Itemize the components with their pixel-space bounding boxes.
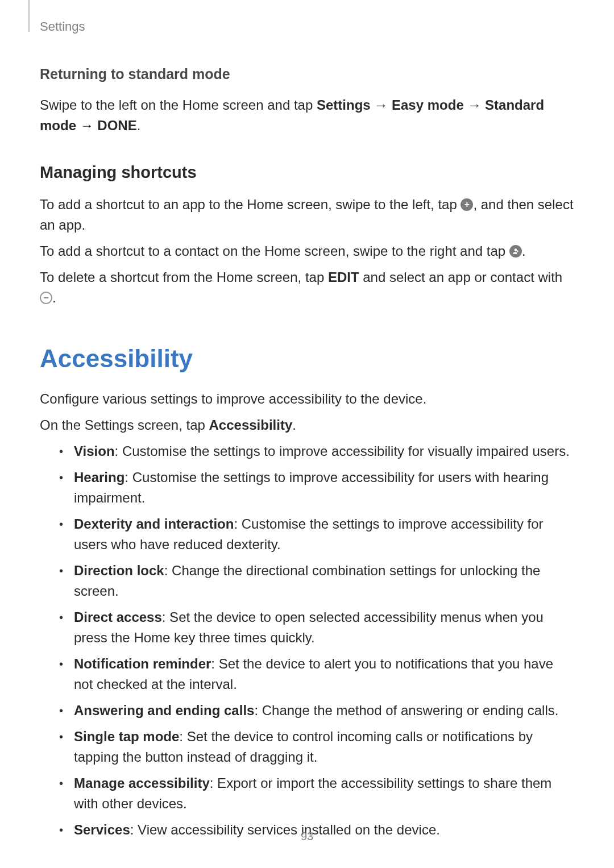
list-item: Notification reminder: Set the device to… xyxy=(59,654,574,695)
header-section-label: Settings xyxy=(40,19,574,34)
accessibility-heading: Accessibility xyxy=(40,344,574,373)
accessibility-intro1: Configure various settings to improve ac… xyxy=(40,389,574,409)
bold-accessibility: Accessibility xyxy=(209,417,293,433)
bold-easy-mode: Easy mode xyxy=(392,97,464,113)
text: . xyxy=(52,290,56,305)
bold-done: DONE xyxy=(97,118,136,133)
item-label: Answering and ending calls xyxy=(74,703,254,718)
list-item: Answering and ending calls: Change the m… xyxy=(59,700,574,721)
page: Settings Returning to standard mode Swip… xyxy=(0,0,614,868)
bold-settings: Settings xyxy=(317,97,371,113)
managing-p3: To delete a shortcut from the Home scree… xyxy=(40,267,574,308)
item-label: Notification reminder xyxy=(74,656,211,671)
item-label: Direction lock xyxy=(74,563,164,578)
arrow: → xyxy=(464,97,485,113)
arrow: → xyxy=(371,97,392,113)
list-item: Direct access: Set the device to open se… xyxy=(59,607,574,648)
managing-p2: To add a shortcut to a contact on the Ho… xyxy=(40,241,574,261)
managing-p1: To add a shortcut to an app to the Home … xyxy=(40,194,574,235)
list-item: Direction lock: Change the directional c… xyxy=(59,560,574,601)
item-label: Dexterity and interaction xyxy=(74,516,234,531)
header-rule xyxy=(28,0,30,32)
item-desc: : Customise the settings to improve acce… xyxy=(115,443,570,459)
text: To delete a shortcut from the Home scree… xyxy=(40,269,328,285)
text: . xyxy=(292,417,296,433)
item-label: Hearing xyxy=(74,470,125,485)
item-label: Manage accessibility xyxy=(74,775,210,791)
text: . xyxy=(137,118,141,133)
list-item: Dexterity and interaction: Customise the… xyxy=(59,514,574,555)
item-label: Direct access xyxy=(74,609,162,625)
list-item: Single tap mode: Set the device to contr… xyxy=(59,726,574,767)
text: To add a shortcut to a contact on the Ho… xyxy=(40,243,509,259)
list-item: Vision: Customise the settings to improv… xyxy=(59,441,574,462)
list-item: Hearing: Customise the settings to impro… xyxy=(59,467,574,508)
text: Swipe to the left on the Home screen and… xyxy=(40,97,317,113)
returning-heading: Returning to standard mode xyxy=(40,66,574,82)
item-label: Vision xyxy=(74,443,115,459)
text: . xyxy=(522,243,526,259)
add-contact-icon xyxy=(509,245,522,258)
plus-icon: + xyxy=(460,198,473,211)
item-desc: : Customise the settings to improve acce… xyxy=(74,470,549,505)
item-desc: : Change the method of answering or endi… xyxy=(254,703,558,718)
text: On the Settings screen, tap xyxy=(40,417,209,433)
returning-paragraph: Swipe to the left on the Home screen and… xyxy=(40,95,574,136)
page-number: 93 xyxy=(0,830,614,843)
accessibility-list: Vision: Customise the settings to improv… xyxy=(40,441,574,840)
text: To add a shortcut to an app to the Home … xyxy=(40,197,460,212)
managing-heading: Managing shortcuts xyxy=(40,163,574,182)
accessibility-intro2: On the Settings screen, tap Accessibilit… xyxy=(40,415,574,435)
list-item: Manage accessibility: Export or import t… xyxy=(59,773,574,814)
text: and select an app or contact with xyxy=(359,269,563,285)
minus-icon: − xyxy=(40,292,52,304)
bold-edit: EDIT xyxy=(328,269,359,285)
arrow: → xyxy=(76,118,97,133)
item-label: Single tap mode xyxy=(74,729,179,744)
